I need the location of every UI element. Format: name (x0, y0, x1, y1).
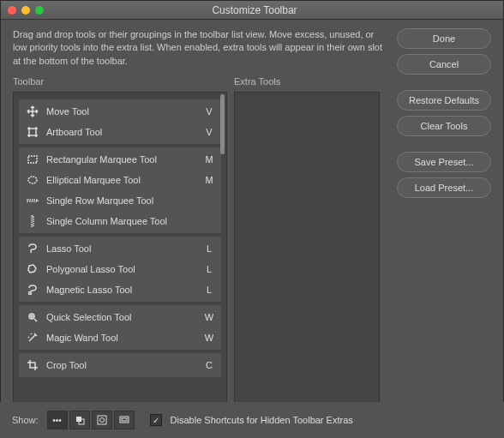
tool-shortcut: W (204, 312, 214, 322)
crop-icon (26, 358, 39, 372)
tool-label: Move Tool (46, 106, 197, 117)
tool-row[interactable]: Elliptical Marquee ToolM (19, 170, 221, 190)
show-quickmask-icon[interactable] (92, 411, 112, 429)
tool-group[interactable]: Move ToolVArtboard ToolV (19, 99, 221, 144)
tool-row[interactable]: Lasso ToolL (19, 238, 221, 259)
svg-point-10 (99, 418, 104, 423)
tool-group[interactable]: Rectangular Marquee ToolMElliptical Marq… (19, 147, 221, 233)
clear-tools-button[interactable]: Clear Tools (397, 116, 491, 136)
load-preset-button[interactable]: Load Preset... (397, 177, 491, 198)
tool-row[interactable]: Single Column Marquee Tool (19, 211, 221, 231)
tool-row[interactable]: Move ToolV (19, 101, 221, 122)
show-label: Show: (12, 415, 39, 425)
artboard-icon (26, 125, 39, 139)
save-preset-button[interactable]: Save Preset... (397, 152, 491, 172)
toolbar-listbox[interactable]: Move ToolVArtboard ToolVRectangular Marq… (13, 92, 227, 414)
tool-row[interactable]: Single Row Marquee Tool (19, 190, 221, 211)
svg-rect-9 (98, 416, 106, 424)
disable-shortcuts-checkbox[interactable]: ✓ (150, 414, 162, 426)
footer: Show: ••• ✓ Disable Shortcuts for Hidden… (0, 402, 504, 438)
svg-rect-1 (28, 156, 37, 163)
show-foreground-icon[interactable] (69, 411, 90, 429)
tool-label: Elliptical Marquee Tool (46, 175, 197, 185)
tool-group[interactable]: Crop ToolC (19, 353, 221, 377)
done-button[interactable]: Done (397, 28, 491, 49)
scrollbar[interactable] (220, 94, 225, 154)
tool-shortcut: W (204, 333, 214, 343)
tool-label: Quick Selection Tool (46, 312, 197, 322)
tool-group[interactable]: Lasso ToolLPolygonal Lasso ToolLMagnetic… (19, 237, 221, 302)
rect-marquee-icon (26, 153, 39, 166)
move-icon (26, 105, 39, 118)
tool-shortcut: C (204, 360, 214, 370)
extra-column-label: Extra Tools (234, 76, 380, 87)
tool-label: Crop Tool (46, 360, 197, 370)
svg-rect-0 (29, 129, 36, 135)
description-text: Drag and drop tools or their groupings i… (13, 28, 387, 68)
tool-shortcut: L (204, 243, 214, 254)
window-title: Customize Toolbar (13, 4, 496, 16)
svg-rect-3 (27, 200, 38, 201)
tool-label: Lasso Tool (46, 243, 197, 254)
mag-lasso-icon (26, 283, 39, 297)
row-marquee-icon (26, 194, 39, 207)
toolbar-column-label: Toolbar (13, 76, 227, 87)
tool-label: Artboard Tool (46, 127, 197, 137)
cancel-button[interactable]: Cancel (397, 54, 491, 75)
restore-defaults-button[interactable]: Restore Defaults (397, 90, 491, 111)
ellipse-marquee-icon (26, 173, 39, 187)
show-menu-icon[interactable]: ••• (47, 411, 68, 429)
tool-shortcut: V (204, 106, 214, 117)
tool-row[interactable]: Polygonal Lasso ToolL (19, 259, 221, 279)
quick-sel-icon (26, 310, 39, 324)
tool-row[interactable]: Crop ToolC (19, 355, 221, 375)
tool-label: Magic Wand Tool (46, 333, 197, 343)
tool-label: Polygonal Lasso Tool (46, 264, 197, 274)
svg-point-5 (29, 292, 32, 295)
tool-label: Single Column Marquee Tool (46, 216, 197, 226)
titlebar: Customize Toolbar (1, 1, 503, 20)
tool-shortcut: M (204, 154, 214, 165)
tool-row[interactable]: Artboard ToolV (19, 122, 221, 142)
disable-shortcuts-label: Disable Shortcuts for Hidden Toolbar Ext… (171, 415, 353, 425)
col-marquee-icon (26, 214, 39, 228)
tool-shortcut: L (204, 264, 214, 274)
svg-rect-4 (32, 216, 33, 226)
tool-label: Single Row Marquee Tool (46, 195, 197, 206)
lasso-icon (26, 242, 39, 255)
tool-label: Magnetic Lasso Tool (46, 285, 197, 295)
tool-row[interactable]: Magnetic Lasso ToolL (19, 279, 221, 300)
tool-label: Rectangular Marquee Tool (46, 154, 197, 165)
show-screenmode-icon[interactable] (114, 411, 135, 429)
tool-shortcut: L (204, 285, 214, 295)
extra-tools-listbox[interactable] (234, 92, 380, 414)
tool-shortcut: M (204, 175, 214, 185)
svg-rect-12 (122, 418, 127, 421)
wand-icon (26, 331, 39, 345)
svg-point-2 (28, 177, 37, 183)
tool-row[interactable]: Rectangular Marquee ToolM (19, 149, 221, 170)
tool-group[interactable]: Quick Selection ToolWMagic Wand ToolW (19, 305, 221, 350)
tool-shortcut: V (204, 127, 214, 137)
tool-row[interactable]: Quick Selection ToolW (19, 307, 221, 327)
tool-row[interactable]: Magic Wand ToolW (19, 327, 221, 348)
poly-lasso-icon (26, 262, 39, 276)
